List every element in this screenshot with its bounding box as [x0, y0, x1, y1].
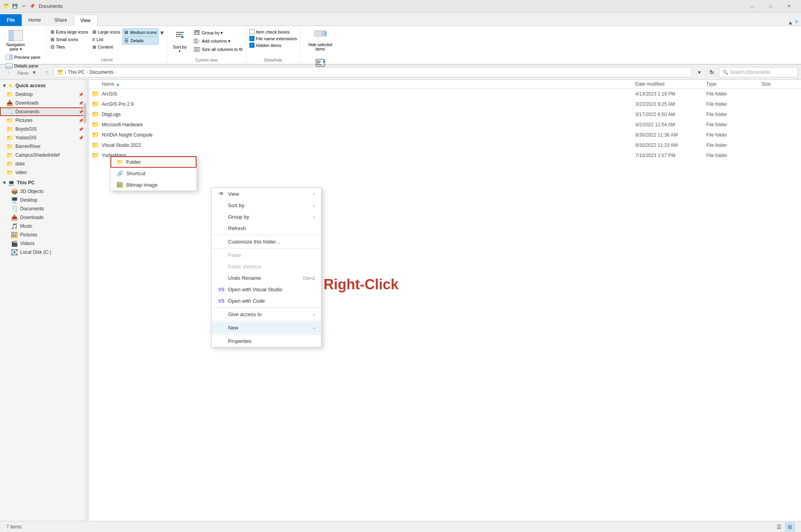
col-size[interactable]: Size: [762, 81, 801, 87]
ctx-open-code[interactable]: VS Open with Code: [211, 295, 321, 307]
ctx-undo-rename[interactable]: Undo Rename Ctrl+Z: [211, 272, 321, 284]
table-row[interactable]: 📁 Visual Studio 2022 8/30/2022 11:23 AM …: [89, 140, 801, 150]
sort-by-button[interactable]: Sort by ▾: [169, 28, 191, 55]
tab-file[interactable]: File: [0, 14, 22, 26]
group-by-button[interactable]: Group by ▾: [192, 29, 244, 36]
sidebar-item-desktop-pc[interactable]: 🖥️ Desktop: [0, 196, 86, 204]
back-button[interactable]: ‹: [3, 67, 14, 78]
ctx-paste-label: Paste: [228, 252, 241, 258]
sidebar-item-3d-objects[interactable]: 📦 3D Objects: [0, 187, 86, 196]
ctx-customize[interactable]: Customize this folder...: [211, 236, 321, 247]
ctx-view[interactable]: 👁 View ›: [211, 188, 321, 200]
submenu-shortcut[interactable]: 🔗 Shortcut: [110, 168, 197, 179]
quick-access-label: Quick access: [15, 83, 46, 88]
tab-view[interactable]: View: [74, 15, 97, 26]
table-row[interactable]: 📁 ArcGIS Pro 2.9 3/22/2022 9:25 AM File …: [89, 99, 801, 109]
minimize-button[interactable]: —: [743, 0, 762, 13]
add-columns-button[interactable]: + Add columns ▾: [192, 37, 244, 45]
sidebar-item-barrenriver[interactable]: 📁 BarrenRiver: [0, 142, 86, 151]
ctx-group-by[interactable]: Group by ›: [211, 211, 321, 223]
list-button[interactable]: ≡ List: [91, 36, 122, 43]
small-icons-button[interactable]: ⊞ Small icons: [49, 36, 90, 43]
sidebar-scrollbar[interactable]: [83, 80, 86, 522]
search-bar[interactable]: 🔍 Search Documents: [719, 67, 798, 77]
sidebar-item-videos[interactable]: 🎬 Videos: [0, 239, 86, 248]
ctx-give-access[interactable]: Give access to ›: [211, 309, 321, 320]
doc-icon: 🗒️: [6, 109, 13, 115]
sidebar-item-music[interactable]: 🎵 Music: [0, 222, 86, 230]
hidden-items-checkbox[interactable]: ✓: [249, 43, 255, 48]
item-check-boxes-checkbox[interactable]: [249, 29, 255, 34]
sidebar-item-data[interactable]: 📁 data: [0, 159, 86, 168]
maximize-button[interactable]: □: [762, 0, 780, 13]
up-button[interactable]: ↑: [41, 67, 52, 78]
ctx-properties[interactable]: Properties: [211, 335, 321, 347]
right-click-label: Right-Click: [324, 276, 399, 293]
col-type[interactable]: Type: [706, 81, 762, 87]
pin-icon: 📌: [79, 101, 83, 105]
folder-icon: 📁: [89, 100, 102, 108]
sidebar-item-campus[interactable]: 📁 CampusShadedrelief: [0, 151, 86, 159]
refresh-button[interactable]: ↻: [706, 67, 717, 77]
details-button[interactable]: ☰ Details: [122, 37, 159, 45]
extra-large-icons-button[interactable]: ⊞ Extra large icons: [49, 28, 90, 36]
layout-label: Layout: [49, 57, 165, 62]
ctx-new[interactable]: New ›: [211, 322, 321, 333]
col-name[interactable]: Name ▲: [89, 81, 635, 87]
group-by-label: Group by ▾: [202, 30, 223, 36]
submenu-bitmap[interactable]: 🖼️ Bitmap image: [110, 179, 197, 191]
ctx-paste-shortcut-label: Paste shortcut: [228, 264, 261, 270]
pin-icon[interactable]: 📌: [29, 3, 36, 9]
sidebar-item-yodasgis[interactable]: 📁 YodasGIS 📌: [0, 133, 86, 142]
sidebar-item-documents-pc[interactable]: 🗒️ Documents: [0, 204, 86, 213]
svg-rect-10: [196, 39, 198, 43]
layout-expand-button[interactable]: ▾: [159, 28, 165, 37]
sidebar-item-downloads-quick[interactable]: 📥 Downloads 📌: [0, 99, 86, 107]
sidebar-item-local-disk[interactable]: 💽 Local Disk (C:): [0, 248, 86, 257]
ctx-open-vs[interactable]: VS Open with Visual Studio: [211, 284, 321, 295]
ribbon-up-icon[interactable]: ▲: [788, 19, 793, 26]
tab-share[interactable]: Share: [48, 14, 74, 26]
table-row[interactable]: 📁 DbgLogs 3/17/2022 6:50 AM File folder: [89, 109, 801, 120]
submenu-folder[interactable]: 📁 Folder: [110, 156, 197, 168]
sidebar-item-pictures-quick[interactable]: 📁 Pictures 📌: [0, 116, 86, 125]
content-button[interactable]: ≣ Content: [91, 43, 122, 51]
tiles-button[interactable]: ⊟ Tiles: [49, 43, 90, 51]
hide-selected-items-button[interactable]: ↥ Hide selecteditems: [305, 28, 335, 53]
sidebar-item-documents-quick[interactable]: 🗒️ Documents 📌: [0, 107, 86, 116]
navigation-pane-button[interactable]: Navigationpane ▾: [3, 29, 28, 52]
ctx-properties-label: Properties: [228, 338, 251, 344]
ctx-sort-by[interactable]: Sort by ›: [211, 200, 321, 211]
ctx-groupby-arrow: ›: [313, 215, 315, 219]
col-date[interactable]: Date modified: [635, 81, 706, 87]
help-icon[interactable]: ?: [795, 19, 798, 26]
close-button[interactable]: ✕: [780, 0, 798, 13]
undo-icon[interactable]: ↩: [21, 3, 27, 9]
size-all-columns-button[interactable]: Size all columns to fit: [192, 46, 244, 53]
sidebar-item-desktop-quick[interactable]: 📁 Desktop 📌: [0, 90, 86, 99]
quick-access-header[interactable]: ▾ ★ Quick access: [0, 81, 86, 90]
preview-pane-button[interactable]: Preview pane: [3, 54, 43, 61]
address-bar[interactable]: 🗂️ › This PC › Documents ›: [54, 67, 692, 77]
sidebar-item-pictures-pc[interactable]: 🖼️ Pictures: [0, 230, 86, 239]
save-icon[interactable]: 💾: [12, 3, 18, 9]
sidebar-item-boydsgis[interactable]: 📁 BoydsGIS 📌: [0, 125, 86, 133]
medium-icons-button[interactable]: ⊞ Medium icons: [122, 28, 159, 36]
details-view-button[interactable]: ☰: [774, 523, 784, 531]
forward-button[interactable]: ›: [16, 67, 27, 78]
ctx-refresh[interactable]: Refresh: [211, 223, 321, 234]
file-name-ext-checkbox[interactable]: ✓: [249, 36, 255, 41]
table-row[interactable]: 📁 NVIDIA Nsight Compute 8/30/2022 11:36 …: [89, 130, 801, 140]
sidebar-item-downloads-pc[interactable]: 📥 Downloads: [0, 213, 86, 222]
content-icon: ≣: [92, 44, 96, 50]
sidebar-item-video[interactable]: 📁 video: [0, 168, 86, 177]
table-row[interactable]: 📁 Microsoft Hardware 4/2/2022 11:54 AM F…: [89, 120, 801, 130]
large-icons-button[interactable]: ⊞ Large icons: [91, 28, 122, 36]
tab-home[interactable]: Home: [22, 14, 48, 26]
icons-view-button[interactable]: ⊞: [785, 523, 795, 531]
table-row[interactable]: 📁 ArcGIS 4/13/2023 1:19 PM File folder: [89, 89, 801, 99]
layout-group: ⊞ Extra large icons ⊞ Small icons ⊟ Tile…: [47, 27, 168, 64]
recent-locations-button[interactable]: ▾: [28, 67, 39, 78]
this-pc-header[interactable]: ▾ 💻 This PC: [0, 178, 86, 187]
address-dropdown-button[interactable]: ▾: [694, 67, 705, 78]
